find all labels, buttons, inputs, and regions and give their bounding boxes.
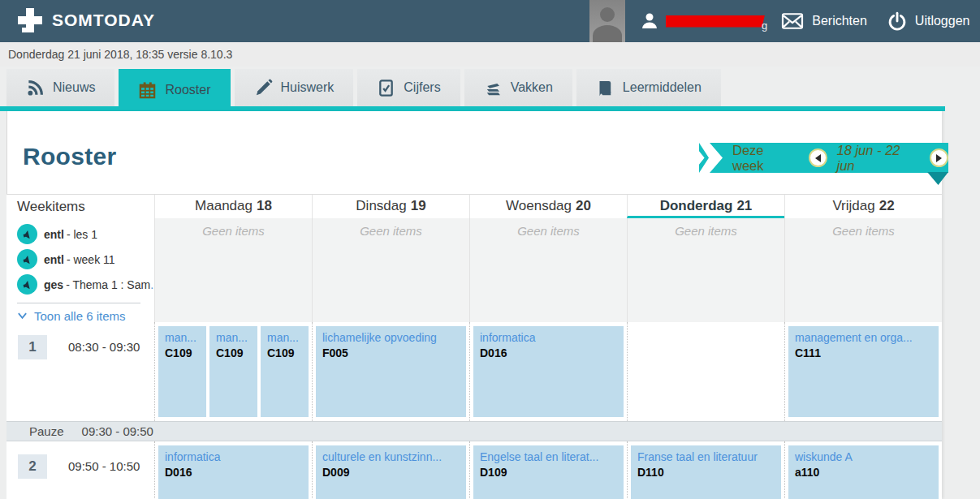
lesson-subject-link[interactable]: man...	[165, 330, 200, 345]
lesson-subject-link[interactable]: culturele en kunstzinn...	[322, 450, 460, 464]
user-icon[interactable]	[640, 11, 659, 31]
geen-items-woensdag: Geen items	[469, 218, 627, 322]
lesson-subject-link[interactable]: man...	[216, 330, 251, 345]
weekitem-ges-thema1[interactable]: ges- Thema 1 : Sam...	[6, 272, 154, 297]
lesson-block[interactable]: man... C109	[209, 326, 257, 417]
lesson-subject-link[interactable]: wiskunde A	[795, 450, 932, 464]
day-number: 18	[257, 198, 272, 213]
announcement-icon	[17, 274, 37, 295]
somtoday-app: SOMTODAY g	[0, 0, 980, 499]
tab-cijfers[interactable]: Cijfers	[357, 69, 460, 106]
lesson-block[interactable]: man... C109	[261, 326, 309, 417]
tab-label: Huiswerk	[281, 80, 335, 95]
lesson-subject-link[interactable]: lichamelijke opvoeding	[322, 330, 460, 345]
geen-items-donderdag: Geen items	[627, 218, 784, 322]
pauze-label: Pauze	[29, 424, 64, 438]
lesson-room: C109	[165, 346, 200, 359]
tab-vakken[interactable]: Vakken	[464, 69, 572, 106]
geen-items-maandag: Geen items	[154, 218, 312, 322]
cell-row1-vrijdag: management en orga... C111	[784, 322, 942, 421]
lesson-subject-link[interactable]: Franse taal en literatuur	[637, 450, 775, 464]
week-range: 18 jun - 22 jun	[837, 143, 922, 174]
lesson-subject-link[interactable]: man...	[267, 330, 302, 345]
lesson-subject-link[interactable]: informatica	[165, 450, 302, 464]
day-name: Donderdag	[660, 198, 733, 213]
weekitem-code: entl	[44, 253, 64, 266]
lesson-subject-link[interactable]: management en orga...	[795, 330, 932, 345]
lesson-block[interactable]: culturele en kunstzinn... D009	[316, 445, 466, 499]
calendar-icon	[138, 81, 157, 100]
page-title: Rooster	[23, 143, 116, 170]
power-icon	[887, 11, 908, 32]
lesson-block[interactable]: informatica D016	[473, 326, 624, 417]
day-header-vrijdag: Vrijdag22	[784, 195, 942, 218]
tab-label: Leermiddelen	[623, 80, 702, 95]
weekitem-label: entl- week 11	[44, 253, 115, 266]
next-week-button[interactable]	[930, 148, 948, 167]
pauze-time: 09:30 - 09:50	[82, 424, 153, 438]
lesson-room: D110	[637, 466, 775, 479]
lesson-room: D109	[480, 466, 617, 479]
username-remnant: g	[762, 19, 767, 32]
lesson-block[interactable]: wiskunde A a110	[788, 445, 939, 499]
day-name: Dinsdag	[356, 198, 406, 213]
weekitem-entl-les1[interactable]: entl- les 1	[6, 222, 154, 247]
lesson-block[interactable]: informatica D016	[158, 445, 309, 499]
weekitem-entl-week11[interactable]: entl- week 11	[6, 247, 154, 272]
lesson-block[interactable]: Engelse taal en literat... D109	[473, 445, 624, 499]
lesson-block[interactable]: man... C109	[158, 326, 206, 417]
tab-leermiddelen[interactable]: Leermiddelen	[576, 69, 721, 106]
lesson-number-badge: 1	[18, 335, 47, 359]
schedule-header-row: Weekitems Maandag18 Dinsdag19 Woensdag20…	[6, 194, 942, 218]
arrow-left-icon	[811, 154, 821, 162]
announcement-icon	[17, 249, 37, 269]
cell-row1-maandag: man... C109 man... C109 man... C109	[154, 322, 312, 421]
announcement-icon	[17, 224, 37, 244]
lesson-block[interactable]: management en orga... C111	[788, 326, 939, 417]
day-name: Maandag	[195, 198, 253, 213]
tab-rooster[interactable]: Rooster	[119, 69, 230, 111]
previous-week-button[interactable]	[809, 148, 827, 167]
lesson-subject-link[interactable]: informatica	[480, 330, 617, 345]
tab-huiswerk[interactable]: Huiswerk	[235, 69, 354, 106]
lesson-room: F005	[322, 346, 460, 359]
day-number: 19	[411, 198, 426, 213]
weekitems-band: entl- les 1 entl- week 11 ges- Thema 1 :…	[6, 218, 942, 322]
lesson-block[interactable]: lichamelijke opvoeding F005	[316, 326, 466, 417]
tab-label: Vakken	[511, 80, 553, 95]
redacted-username	[666, 15, 765, 28]
weekitem-code: entl	[44, 228, 64, 241]
top-bar: SOMTODAY g	[0, 0, 980, 42]
tab-nieuws[interactable]: Nieuws	[6, 69, 114, 106]
somtoday-logo[interactable]: SOMTODAY	[16, 6, 155, 34]
cell-row2-donderdag: Franse taal en literatuur D110	[627, 441, 784, 499]
grades-icon	[377, 79, 395, 97]
lesson-subject-link[interactable]: Engelse taal en literat...	[480, 450, 617, 464]
lesson-room: C109	[267, 346, 302, 359]
cell-row2-vrijdag: wiskunde A a110	[784, 441, 942, 499]
lesson-room: D009	[322, 466, 460, 479]
tab-bar: Nieuws Rooster	[6, 69, 721, 111]
logout-button[interactable]: Uitloggen	[887, 11, 970, 32]
lesson-room: C109	[216, 346, 251, 359]
messages-label: Berichten	[812, 14, 867, 28]
weekitem-desc: - week 11	[67, 253, 115, 266]
avatar[interactable]	[589, 0, 625, 42]
logout-label: Uitloggen	[915, 14, 970, 28]
weekitems-divider	[17, 303, 140, 303]
week-ribbon-label: Deze week	[732, 143, 799, 174]
show-all-label: Toon alle 6 items	[34, 309, 126, 323]
day-number: 20	[576, 198, 591, 213]
books-icon	[484, 79, 503, 97]
weekitem-label: ges- Thema 1 : Sam...	[44, 278, 160, 291]
tab-label: Rooster	[165, 83, 210, 97]
day-name: Woensdag	[506, 198, 572, 213]
messages-button[interactable]: Berichten	[780, 11, 867, 31]
lesson-room: D016	[165, 466, 302, 479]
lesson-row-2: 2 09:50 - 10:50 informatica D016 culture…	[6, 441, 942, 499]
weekitem-desc: - Thema 1 : Sam	[66, 278, 150, 291]
rss-icon	[26, 79, 45, 97]
show-all-items-link[interactable]: Toon alle 6 items	[17, 309, 154, 323]
lesson-block[interactable]: Franse taal en literatuur D110	[631, 445, 781, 499]
tab-label: Cijfers	[404, 80, 440, 95]
